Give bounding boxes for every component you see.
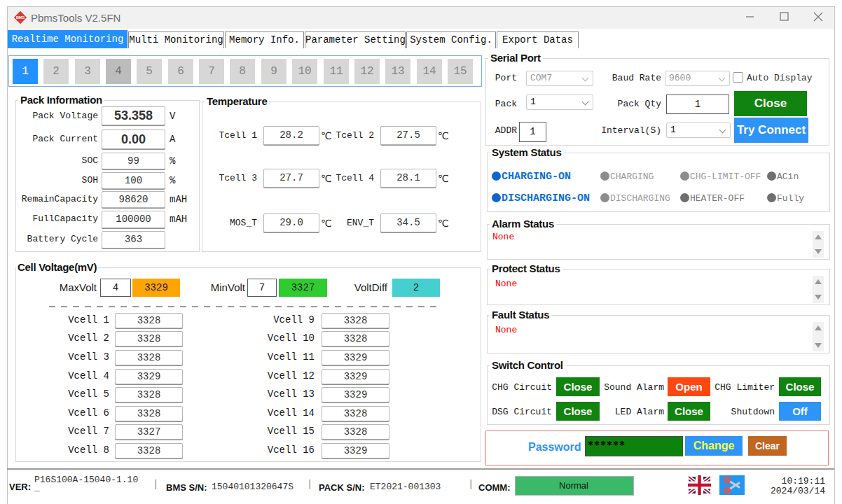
svg-text:BMS: BMS <box>16 15 25 20</box>
